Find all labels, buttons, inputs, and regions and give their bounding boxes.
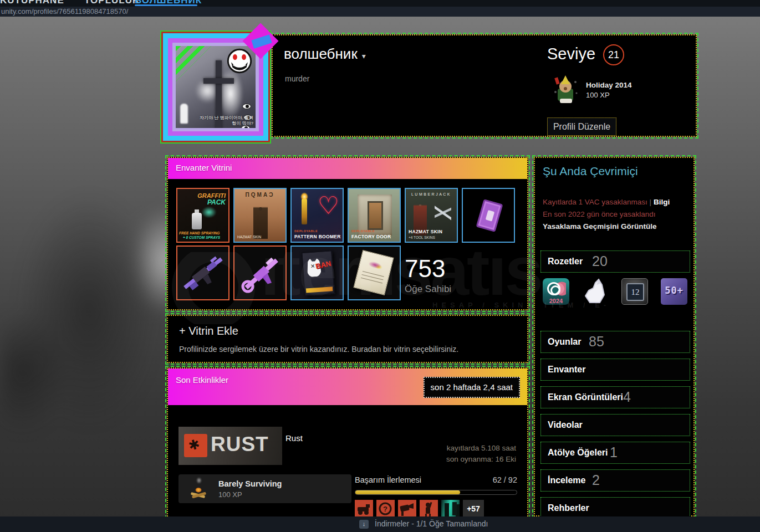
- item-count: 753: [405, 255, 451, 283]
- campfire-icon: [187, 477, 210, 500]
- item-count-label: Öğe Sahibi: [405, 284, 451, 295]
- add-showcase-panel: + Vitrin Ekle Profilinizde sergilemek üz…: [167, 315, 528, 363]
- badge-winter-2024[interactable]: 2024: [543, 278, 569, 305]
- badges-count: 20: [592, 253, 608, 269]
- recent-activity-panel: Son Etkinlikler son 2 haftada 2,4 saat ✱…: [167, 367, 528, 532]
- item-title: GRAFFITI PACK: [197, 192, 226, 206]
- badge-games-owned[interactable]: 50+: [661, 278, 687, 305]
- item-tag: DEPLOYABLE: [294, 229, 318, 233]
- item-title: LUMBERJACK: [406, 192, 457, 196]
- item-parchment[interactable]: [348, 245, 401, 300]
- achievement-icon-forest[interactable]: [441, 500, 460, 518]
- badge-wolf-sticker[interactable]: [582, 278, 609, 305]
- avatar-image: 자기야 난 뱀파이어야, 혈액형이 뭐야?: [176, 46, 256, 128]
- profile-name-text: волшебник: [284, 45, 358, 62]
- svg-text:?: ?: [383, 505, 387, 513]
- item-ban-poster[interactable]: BAN: [290, 245, 344, 300]
- steam-client-window: KÜTÜPHANE TOPLULUK ВОЛШЕБНИК unity.com/p…: [0, 0, 760, 532]
- level-badge[interactable]: 21: [603, 44, 624, 65]
- level-label: Seviye: [547, 45, 595, 63]
- sidebar-item-reviews[interactable]: İnceleme2: [540, 469, 690, 492]
- nav-library[interactable]: KÜTÜPHANE: [0, 0, 64, 6]
- item-pattern-boomer[interactable]: ♡ DEPLOYABLE PATTERN BOOMER: [290, 188, 344, 243]
- item-label: HAZMAT SKIN: [409, 229, 442, 234]
- item-title: ΠQΜAƆ: [234, 192, 285, 198]
- sidebar-item-guides[interactable]: Rehberler: [540, 497, 690, 519]
- item-lumberjack-hazmat[interactable]: LUMBERJACK HAZMAT SKIN +4 TOOL SKINS: [405, 188, 458, 243]
- sidebar-item-games[interactable]: Oyunlar85: [540, 331, 690, 353]
- view-ban-history-link[interactable]: Yasaklama Geçmişini Görüntüle: [543, 222, 657, 231]
- edit-profile-button[interactable]: Profili Düzenle: [547, 117, 616, 136]
- sidebar-item-inventory[interactable]: Envanter: [540, 359, 690, 381]
- achievement-progress-bar: [355, 490, 517, 495]
- avatar-caption-text: 자기야 난 뱀파이어야, 혈액형이 뭐야?: [198, 115, 253, 126]
- achievement-xp: 100 XP: [218, 490, 242, 499]
- add-showcase-button[interactable]: + Vitrin Ekle: [179, 325, 238, 337]
- url-text: unity.com/profiles/76561198084718570/: [1, 7, 128, 16]
- featured-badge-icon[interactable]: [551, 74, 580, 105]
- trading-card-decor: [476, 199, 503, 232]
- game-title-link[interactable]: Rust: [285, 433, 303, 443]
- badges-label: Rozetler: [548, 257, 583, 267]
- chevron-down-icon[interactable]: ▾: [362, 52, 366, 60]
- vac-separator: |: [650, 198, 652, 206]
- game-last-played: son oynanma: 16 Eki: [446, 455, 516, 463]
- item-subtext: + 8 CUSTOM SPRAYS: [183, 236, 229, 239]
- game-capsule-image[interactable]: ✱ RUST: [178, 427, 282, 465]
- profile-tagline: murder: [285, 74, 309, 83]
- sidebar-item-workshop[interactable]: Atölye Öğeleri1: [540, 442, 690, 464]
- url-bar[interactable]: unity.com/profiles/76561198084718570/: [0, 7, 760, 17]
- item-nomad-hazmat[interactable]: ΠQΜAƆ HAZMAT SKIN: [233, 188, 287, 243]
- sidebar-item-videos[interactable]: Videolar: [540, 414, 690, 436]
- sidebar-item-screenshots[interactable]: Ekran Görüntüleri4: [540, 386, 690, 408]
- avatar[interactable]: 자기야 난 뱀파이어야, 혈액형이 뭐야?: [161, 32, 270, 142]
- item-purple-rifle[interactable]: [176, 245, 229, 300]
- wolf-icon: [582, 278, 609, 305]
- rust-logo-text: RUST: [211, 433, 269, 456]
- item-trading-card[interactable]: [462, 188, 515, 243]
- online-status: Şu Anda Çevrimiçi: [543, 165, 638, 178]
- avatar-image-border: 자기야 난 뱀파이어야, 혈액형이 뭐야?: [172, 43, 259, 131]
- door-decor: [368, 201, 383, 230]
- achievement-icon-vehicle[interactable]: [355, 500, 373, 518]
- downloads-status[interactable]: İndirmeler - 1/1 Öğe Tamamlandı: [375, 519, 488, 528]
- profile-name: волшебник▾: [284, 45, 366, 63]
- achievement-icon-question[interactable]: ?: [376, 500, 395, 518]
- ak-decor: [236, 249, 287, 300]
- vac-ban-text: Kayıtlarda 1 VAC yasaklanması: [543, 198, 647, 206]
- vac-info-link[interactable]: Bilgi: [654, 198, 670, 206]
- rust-logo-icon: ✱: [184, 434, 207, 457]
- game-hours: kayıtlarda 5.108 saat: [447, 444, 516, 452]
- heart-fireworks-decor: ♡: [318, 191, 339, 219]
- item-count-block: 753 Öğe Sahibi: [405, 255, 451, 295]
- hazmat-figure-decor: [253, 202, 268, 239]
- download-icon[interactable]: ↓: [359, 520, 369, 529]
- achievement-icon-player[interactable]: [420, 500, 438, 518]
- item-subtext: FREE HAND SPRAYING: [179, 231, 229, 235]
- item-sublabel: +4 TOOL SKINS: [409, 236, 435, 239]
- sidebar-item-badges[interactable]: Rozetler 20: [540, 250, 690, 273]
- poster-strip-decor: [306, 287, 333, 293]
- featured-badge-name: Holiday 2014: [586, 81, 632, 89]
- achievement-progress-value: 62 / 92: [493, 475, 517, 484]
- item-graffiti-pack[interactable]: GRAFFITI PACK FREE HAND SPRAYING + 8 CUS…: [176, 188, 229, 243]
- item-factory-door[interactable]: DEPLOYABLE FACTORY DOOR: [348, 188, 401, 243]
- item-label: FACTORY DOOR: [351, 234, 391, 239]
- downloads-footer: ↓ İndirmeler - 1/1 Öğe Tamamlandı: [0, 516, 760, 532]
- item-label: HAZMAT SKIN: [237, 235, 261, 239]
- item-purple-ak-shovel[interactable]: [233, 245, 287, 300]
- achievement-card[interactable]: Barely Surviving 100 XP: [178, 474, 351, 503]
- showcase-row-1: GRAFFITI PACK FREE HAND SPRAYING + 8 CUS…: [176, 188, 515, 243]
- avatar-frame-outer: 자기야 난 뱀파이어야, 혈액형이 뭐야?: [163, 33, 268, 141]
- spray-can-icon: [192, 213, 202, 229]
- more-achievements-badge[interactable]: +57: [463, 500, 484, 518]
- badge-years-of-service[interactable]: 12: [621, 278, 648, 305]
- showcase-header: Envanter Vitrini: [168, 158, 527, 179]
- inventory-showcase-panel: Envanter Vitrini GRAFFITI PACK FREE HAND…: [167, 157, 528, 310]
- achievement-icon-camera[interactable]: [398, 500, 416, 518]
- parchment-decor: [353, 250, 394, 295]
- awesome-face-icon: [227, 48, 252, 74]
- spray-cloud-decor: [200, 205, 218, 219]
- nav-community[interactable]: TOPLULUK: [84, 0, 140, 6]
- achievement-progress-label: Başarım İlerlemesi: [355, 475, 421, 484]
